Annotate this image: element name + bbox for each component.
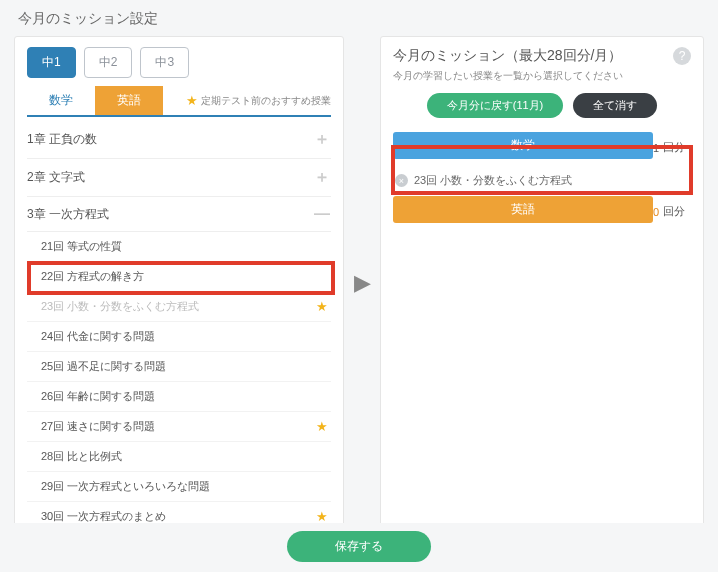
help-icon[interactable]: ? [673, 47, 691, 65]
lesson-row[interactable]: 26回 年齢に関する問題 [27, 382, 331, 412]
math-bar: 数学 [393, 132, 653, 159]
english-bar: 英語 [393, 196, 653, 223]
reset-month-button[interactable]: 今月分に戻す(11月) [427, 93, 564, 118]
grade-chu1-button[interactable]: 中1 [27, 47, 76, 78]
mission-item[interactable]: × 23回 小数・分数をふくむ方程式 [393, 169, 691, 196]
lesson-title: 25回 過不足に関する問題 [41, 359, 166, 374]
lesson-title: 26回 年齢に関する問題 [41, 389, 155, 404]
footer: 保存する [0, 523, 718, 572]
math-count: 1回分 [653, 140, 691, 155]
star-icon: ★ [186, 93, 198, 108]
lesson-row[interactable]: 22回 方程式の解き方 [27, 262, 331, 292]
expand-icon[interactable]: ＋ [313, 167, 331, 188]
lesson-row[interactable]: 27回 速さに関する問題 ★ [27, 412, 331, 442]
star-icon: ★ [313, 509, 331, 524]
chapter-row[interactable]: 2章 文字式 ＋ [27, 159, 331, 197]
lesson-row[interactable]: 24回 代金に関する問題 [27, 322, 331, 352]
tab-math[interactable]: 数学 [27, 86, 95, 115]
lesson-title: 30回 一次方程式のまとめ [41, 509, 166, 524]
remove-icon[interactable]: × [395, 174, 408, 187]
grade-selector: 中1 中2 中3 [27, 47, 331, 78]
grade-chu2-button[interactable]: 中2 [84, 47, 133, 78]
save-button[interactable]: 保存する [287, 531, 431, 562]
mission-panel: 今月のミッション（最大28回分/月） ? 今月の学習したい授業を一覧から選択して… [380, 36, 704, 530]
star-icon: ★ [313, 419, 331, 434]
subject-tabs: 数学 英語 ★ 定期テスト前のおすすめ授業 [27, 86, 331, 117]
tab-english[interactable]: 英語 [95, 86, 163, 115]
lesson-row-selected[interactable]: 23回 小数・分数をふくむ方程式 ★ [27, 292, 331, 322]
collapse-icon[interactable]: — [313, 205, 331, 223]
mission-subtitle: 今月の学習したい授業を一覧から選択してください [393, 69, 691, 83]
lesson-panel: 中1 中2 中3 数学 英語 ★ 定期テスト前のおすすめ授業 1章 正負の数 ＋… [14, 36, 344, 530]
lesson-title: 22回 方程式の解き方 [41, 269, 144, 284]
clear-all-button[interactable]: 全て消す [573, 93, 657, 118]
lesson-row[interactable]: 29回 一次方程式といろいろな問題 [27, 472, 331, 502]
lesson-title: 29回 一次方程式といろいろな問題 [41, 479, 210, 494]
lesson-title: 27回 速さに関する問題 [41, 419, 155, 434]
lesson-row[interactable]: 25回 過不足に関する問題 [27, 352, 331, 382]
recommend-text: 定期テスト前のおすすめ授業 [201, 94, 331, 108]
english-count: 0回分 [653, 204, 691, 219]
mission-item-title: 23回 小数・分数をふくむ方程式 [414, 173, 572, 188]
chevron-right-icon: ▶ [354, 270, 371, 296]
grade-chu3-button[interactable]: 中3 [140, 47, 189, 78]
mission-title: 今月のミッション（最大28回分/月） [393, 47, 622, 65]
lesson-title: 24回 代金に関する問題 [41, 329, 155, 344]
lesson-title: 28回 比と比例式 [41, 449, 122, 464]
chapter-row[interactable]: 3章 一次方程式 — [27, 197, 331, 232]
lesson-row[interactable]: 21回 等式の性質 [27, 232, 331, 262]
chapter-list[interactable]: 1章 正負の数 ＋ 2章 文字式 ＋ 3章 一次方程式 — 21回 等式の性質 … [27, 121, 331, 529]
chapter-title: 1章 正負の数 [27, 131, 97, 148]
expand-icon[interactable]: ＋ [313, 129, 331, 150]
star-icon: ★ [313, 299, 331, 314]
math-subject-row: 数学 1回分 [393, 132, 691, 163]
lesson-row[interactable]: 28回 比と比例式 [27, 442, 331, 472]
lesson-title: 23回 小数・分数をふくむ方程式 [41, 299, 199, 314]
chapter-title: 3章 一次方程式 [27, 206, 109, 223]
arrow-col: ▶ [352, 36, 372, 530]
recommend-label: ★ 定期テスト前のおすすめ授業 [186, 93, 331, 108]
lesson-title: 21回 等式の性質 [41, 239, 122, 254]
chapter-row[interactable]: 1章 正負の数 ＋ [27, 121, 331, 159]
english-subject-row: 英語 0回分 [393, 196, 691, 227]
page-title: 今月のミッション設定 [0, 0, 718, 36]
chapter-title: 2章 文字式 [27, 169, 85, 186]
